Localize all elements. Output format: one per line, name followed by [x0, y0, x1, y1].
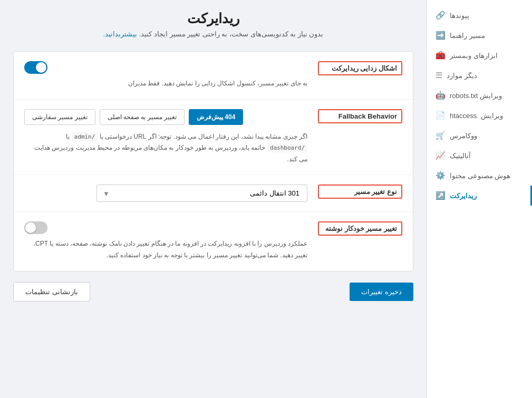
debug-redirects-content: به جای تغییر مسیر، کنسول اشکال زدایی را … — [24, 61, 307, 90]
sidebar-item-label: دیگر موارد — [447, 72, 477, 80]
reset-button[interactable]: بازنشانی تنظیمات — [13, 282, 90, 302]
fallback-label: Fallback Behavior — [318, 109, 402, 123]
sidebar-item-label: ریدایرکت — [450, 192, 477, 200]
debug-toggle-thumb — [36, 62, 46, 73]
redirect-type-select[interactable]: 301 انتقال دائمی 302 انتقال موقت 307 رید… — [96, 185, 307, 202]
auto-slug-toggle-wrap — [24, 221, 307, 234]
code-dashboard: /dashboard — [267, 143, 307, 152]
sidebar-item-htaccess[interactable]: ویرایش .htaccess 📄 — [427, 105, 532, 125]
redirect-icon: ↗️ — [436, 191, 446, 200]
fallback-row: Fallback Behavior 404 پیش‌فرض تغییر مسیر… — [14, 100, 413, 176]
sidebar-item-redirect[interactable]: ریدایرکت ↗️ — [427, 186, 532, 206]
debug-toggle[interactable] — [24, 61, 47, 74]
auto-slug-row: تغییر مسیر خودکار نوشته عملکرد وردپرس را… — [14, 212, 413, 270]
page-header: ریدایرکت بدون نیاز به کدنویسی‌های سخت، ب… — [13, 11, 413, 38]
btn-homepage[interactable]: تغییر مسیر به صفحه اصلی — [100, 109, 185, 125]
sidebar-item-links[interactable]: پیوندها 🔗 — [427, 5, 532, 25]
fallback-buttons-group: 404 پیش‌فرض تغییر مسیر به صفحه اصلی تغیی… — [24, 109, 307, 125]
sidebar-item-label: پیوندها — [450, 12, 469, 20]
settings-card: اشکال زدایی ریدایرکت به جای تغییر مسیر، … — [13, 51, 413, 271]
debug-toggle-wrap — [24, 61, 307, 74]
auto-slug-desc: عملکرد وردپرس را با افزونه ریدایرکت در ا… — [24, 238, 307, 261]
auto-slug-label: تغییر مسیر خودکار نوشته — [318, 221, 402, 236]
redirect-type-select-wrap: 301 انتقال دائمی 302 انتقال موقت 307 رید… — [96, 185, 307, 202]
tools-icon: 🧰 — [436, 51, 446, 60]
redirect-type-row: نوع تغییر مسیر 301 انتقال دائمی 302 انتق… — [14, 175, 413, 212]
sidebar-item-ai[interactable]: هوش مصنوعی محتوا ⚙️ — [427, 166, 532, 186]
footer-buttons: ذخیره تغییرات بازنشانی تنظیمات — [13, 282, 413, 302]
guide-icon: ➡️ — [436, 31, 446, 40]
sidebar: پیوندها 🔗 مسیر راهنما ➡️ ابزارهای وبمستر… — [427, 0, 532, 398]
sidebar-item-label: مسیر راهنما — [450, 32, 485, 40]
woo-icon: 🛒 — [436, 131, 446, 140]
code-admin: /admin — [72, 132, 98, 141]
links-icon: 🔗 — [436, 11, 446, 20]
auto-slug-toggle[interactable] — [24, 221, 47, 234]
learn-more-link[interactable]: بیشتربدانید. — [103, 30, 138, 38]
sidebar-item-label: ابزارهای وبمستر — [450, 52, 498, 60]
sidebar-item-label: ویرایش robots.txt — [450, 92, 502, 100]
fallback-content: 404 پیش‌فرض تغییر مسیر به صفحه اصلی تغیی… — [24, 109, 307, 166]
sidebar-item-label: ویرایش .htaccess — [450, 112, 503, 120]
sidebar-item-label: هوش مصنوعی محتوا — [450, 172, 510, 180]
debug-redirects-row: اشکال زدایی ریدایرکت به جای تغییر مسیر، … — [14, 52, 413, 100]
sidebar-item-guide[interactable]: مسیر راهنما ➡️ — [427, 25, 532, 45]
page-subtitle: بدون نیاز به کدنویسی‌های سخت، به راحتی ت… — [13, 30, 413, 38]
sidebar-item-more[interactable]: دیگر موارد ☰ — [427, 65, 532, 85]
save-button[interactable]: ذخیره تغییرات — [350, 283, 413, 301]
analytics-icon: 📈 — [436, 151, 446, 160]
sidebar-item-woocommerce[interactable]: ووکامرس 🛒 — [427, 125, 532, 145]
ai-icon: ⚙️ — [436, 171, 446, 180]
auto-slug-content: عملکرد وردپرس را با افزونه ریدایرکت در ا… — [24, 221, 307, 261]
more-icon: ☰ — [436, 71, 442, 80]
debug-redirects-desc: به جای تغییر مسیر، کنسول اشکال زدایی را … — [24, 78, 307, 90]
sidebar-item-robots[interactable]: ویرایش robots.txt 🤖 — [427, 85, 532, 105]
btn-custom[interactable]: تغییر مسیر سفارشی — [24, 109, 95, 125]
fallback-desc: اگر چیزی مشابه پیدا نشد، این رفتار اعمال… — [24, 131, 307, 166]
htaccess-icon: 📄 — [436, 111, 446, 120]
main-content: ریدایرکت بدون نیاز به کدنویسی‌های سخت، ب… — [0, 0, 427, 398]
robots-icon: 🤖 — [436, 91, 446, 100]
sidebar-item-tools[interactable]: ابزارهای وبمستر 🧰 — [427, 45, 532, 65]
page-title: ریدایرکت — [13, 11, 413, 27]
sidebar-item-analytics[interactable]: آنالیتیک 📈 — [427, 145, 532, 166]
redirect-type-label: نوع تغییر مسیر — [318, 185, 402, 199]
debug-redirects-label: اشکال زدایی ریدایرکت — [318, 61, 402, 75]
btn-404[interactable]: 404 پیش‌فرض — [189, 109, 243, 125]
sidebar-item-label: ووکامرس — [450, 132, 477, 140]
redirect-type-content: 301 انتقال دائمی 302 انتقال موقت 307 رید… — [24, 185, 307, 202]
sidebar-item-label: آنالیتیک — [450, 152, 471, 160]
